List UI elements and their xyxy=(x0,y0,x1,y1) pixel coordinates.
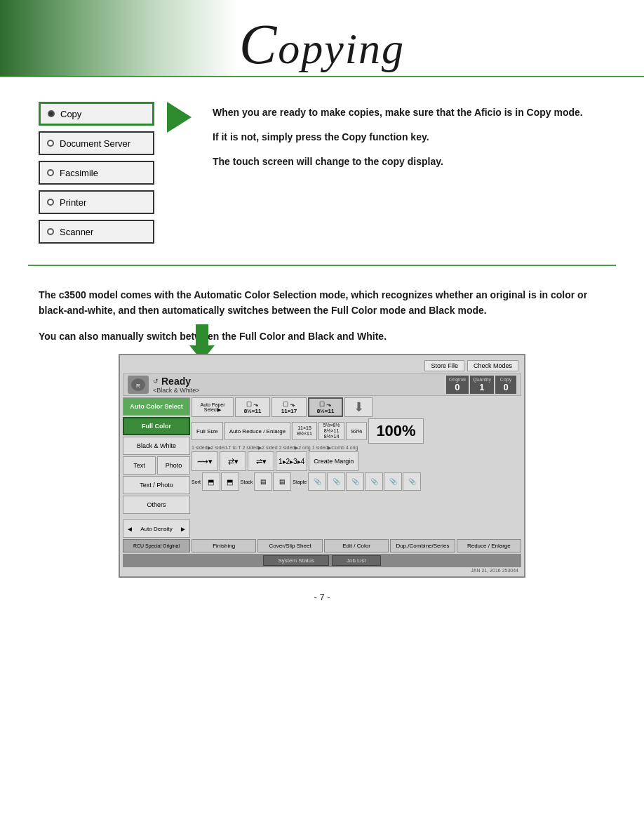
top-section: Copy Document Server Facsimile Printer S… xyxy=(0,77,644,258)
staple-btn-5[interactable]: 📎 xyxy=(384,472,402,491)
sort-stack-staple-section: Sort ⬒ ⬒ Stack ▤ ▤ Staple 📎 xyxy=(192,472,521,491)
status-bar: R ↺ Ready <Black & White> Original 0 xyxy=(123,373,521,396)
system-status-btn[interactable]: System Status xyxy=(263,555,329,566)
paper-1-size: 8½×11 xyxy=(244,408,262,414)
pct-100-display: 100% xyxy=(368,418,423,444)
duplex-icon-3: ⇌▾ xyxy=(256,457,267,466)
screen-topbar: Store File Check Modes xyxy=(123,358,521,373)
staple-btn-2[interactable]: 📎 xyxy=(327,472,345,491)
create-margin-btn[interactable]: Create Margin xyxy=(309,451,358,471)
facsimile-radio-dot xyxy=(47,169,54,176)
full-color-btn[interactable]: Full Color xyxy=(123,417,190,435)
instruction-2: If it is not, simply press the Copy func… xyxy=(213,130,605,145)
others-btn[interactable]: Others xyxy=(123,496,190,514)
sort-buttons: ⬒ ⬒ xyxy=(202,472,239,491)
reduce-row: Full Size Auto Reduce / Enlarge 11×158½×… xyxy=(192,418,521,444)
duplex-label-1: 1 sided▶2 sided-T to T xyxy=(192,445,241,451)
job-list-btn[interactable]: Job List xyxy=(332,555,381,566)
density-right-arrow[interactable]: ► xyxy=(178,525,188,533)
sort-label: Sort xyxy=(192,479,201,484)
duplex-label-4: 1 sided▶Comb 4 orig xyxy=(312,445,358,451)
check-modes-button[interactable]: Check Modes xyxy=(467,360,518,371)
screen-main-area: Auto Color Select Full Color Black & Whi… xyxy=(123,397,521,538)
text-photo-row: Text Photo xyxy=(123,456,190,475)
facsimile-label: Facsimile xyxy=(60,168,98,178)
auto-color-select-btn[interactable]: Auto Color Select xyxy=(123,397,190,416)
duplex-btn-3[interactable]: ⇌▾ xyxy=(248,451,274,471)
scanner-label: Scanner xyxy=(60,227,93,237)
duplex-section: 1 sided▶2 sided-T to T 2 sided▶2 sided 2… xyxy=(192,445,521,471)
staple-btn-4[interactable]: 📎 xyxy=(365,472,383,491)
screen-wrapper: Store File Check Modes R ↺ Ready <Black xyxy=(39,354,605,578)
special-original-btn[interactable]: RCU Special Original xyxy=(123,539,190,552)
manual-switch-text: You can also manually switch between the… xyxy=(39,329,605,344)
edit-color-btn[interactable]: Edit / Color xyxy=(324,539,389,552)
paper-3-size: 8½×11 xyxy=(317,408,335,414)
doc-server-radio-dot xyxy=(47,140,54,147)
black-white-btn[interactable]: Black & White xyxy=(123,437,190,455)
status-sub: <Black & White> xyxy=(153,387,200,394)
stack-btn-1[interactable]: ▤ xyxy=(254,472,272,491)
staple-label: Staple xyxy=(293,479,307,484)
duplex-btn-4[interactable]: 1▸2▸3▸4 xyxy=(276,451,307,471)
document-server-button[interactable]: Document Server xyxy=(39,131,154,155)
duplex-label-2: 2 sided▶2 sided xyxy=(243,445,278,451)
title-big-c: C xyxy=(239,13,278,75)
paper-size-2[interactable]: ☐ ⬎ 11×17 xyxy=(271,397,307,417)
special-orig-label: Special Original xyxy=(145,543,180,548)
reduce-enlarge-btn[interactable]: Reduce / Enlarge xyxy=(457,539,521,552)
quantity-counter: Quantity 1 xyxy=(470,376,494,394)
system-bar: System Status Job List xyxy=(123,554,521,567)
dup-combine-btn[interactable]: Dup./Combine/Series xyxy=(390,539,455,552)
sort-btn-1[interactable]: ⬒ xyxy=(202,472,220,491)
staple-btn-6[interactable]: 📎 xyxy=(403,472,421,491)
sort-btn-2[interactable]: ⬒ xyxy=(221,472,239,491)
stack-label: Stack xyxy=(241,479,253,484)
printer-label: Printer xyxy=(60,197,86,208)
staple-btn-3[interactable]: 📎 xyxy=(346,472,364,491)
auto-paper-select-btn[interactable]: Auto Paper Select▶ xyxy=(192,397,234,417)
ricoh-logo: R xyxy=(128,376,149,394)
paper-size-3[interactable]: ☐ ⬎ 8½×11 xyxy=(308,397,343,417)
staple-btn-1[interactable]: 📎 xyxy=(308,472,326,491)
facsimile-button[interactable]: Facsimile xyxy=(39,161,154,185)
copy-mode-button[interactable]: Copy xyxy=(39,102,154,126)
duplex-label-3: 2 sided▶2 orig xyxy=(279,445,311,451)
finishing-btn[interactable]: Finishing xyxy=(192,539,256,552)
page-title: Copying xyxy=(0,13,644,77)
title-rest: opying xyxy=(278,25,405,72)
paper-2-size: 11×17 xyxy=(281,408,297,414)
screen-sidebar: Auto Color Select Full Color Black & Whi… xyxy=(123,397,190,538)
text-btn[interactable]: Text xyxy=(123,456,156,475)
text-photo-btn[interactable]: Text / Photo xyxy=(123,476,190,494)
stack-buttons: ▤ ▤ xyxy=(254,472,291,491)
paper-size-1[interactable]: ☐ ⬎ 8½×11 xyxy=(235,397,270,417)
size-option-2[interactable]: 5½×8½8½×118½×14 xyxy=(318,422,345,440)
cover-slip-btn[interactable]: Cover/Slip Sheet xyxy=(257,539,322,552)
paper-3-icon: ☐ ⬎ xyxy=(319,401,333,408)
bottom-section: The c3500 model comes with the Automatic… xyxy=(0,273,644,616)
size-option-1[interactable]: 11×158½×11 xyxy=(292,422,317,440)
store-file-button[interactable]: Store File xyxy=(424,360,464,371)
full-size-btn[interactable]: Full Size xyxy=(192,422,223,440)
stack-btn-2[interactable]: ▤ xyxy=(273,472,291,491)
duplex-buttons-row: ⟿▾ ⇄▾ ⇌▾ 1▸2▸3▸4 Create Margin xyxy=(192,451,521,471)
copy-counter: Copy 0 xyxy=(495,376,516,394)
paper-special-btn[interactable]: ⬇ xyxy=(344,397,373,417)
duplex-btn-1[interactable]: ⟿▾ xyxy=(192,451,218,471)
copier-screen: Store File Check Modes R ↺ Ready <Black xyxy=(119,354,525,578)
bottom-functions: RCU Special Original Finishing Cover/Sli… xyxy=(123,539,521,552)
doc-server-label: Document Server xyxy=(60,138,130,149)
duplex-icon-2: ⇄▾ xyxy=(228,457,239,466)
auto-reduce-btn[interactable]: Auto Reduce / Enlarge xyxy=(224,422,291,440)
svg-text:R: R xyxy=(136,383,140,389)
pct-93-btn[interactable]: 93% xyxy=(346,422,367,440)
duplex-labels-row: 1 sided▶2 sided-T to T 2 sided▶2 sided 2… xyxy=(192,445,521,451)
printer-button[interactable]: Printer xyxy=(39,190,154,214)
photo-btn[interactable]: Photo xyxy=(157,456,190,475)
duplex-btn-2[interactable]: ⇄▾ xyxy=(220,451,246,471)
status-text-group: ↺ Ready <Black & White> xyxy=(153,376,200,394)
screen-right-panel: Auto Paper Select▶ ☐ ⬎ 8½×11 ☐ ⬎ 11×17 xyxy=(192,397,521,538)
scanner-button[interactable]: Scanner xyxy=(39,220,154,244)
density-left-arrow[interactable]: ◄ xyxy=(125,525,135,533)
